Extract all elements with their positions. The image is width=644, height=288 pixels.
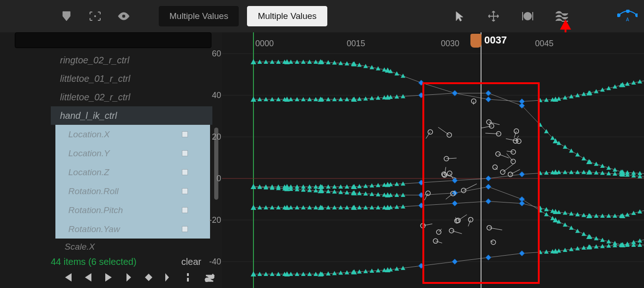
svg-point-3	[617, 14, 620, 17]
checkbox[interactable]	[182, 207, 188, 213]
dropdown-multi-b[interactable]: Multiple Values	[247, 6, 327, 26]
status-count: 44 items (6 selected)	[51, 257, 137, 267]
play-icon[interactable]	[102, 271, 114, 284]
prev-key-icon[interactable]	[61, 271, 74, 284]
focus-icon[interactable]	[85, 6, 105, 26]
svg-point-65	[514, 129, 519, 134]
playhead-value: 0037	[484, 34, 507, 46]
eye-icon[interactable]	[114, 6, 134, 26]
svg-rect-7	[187, 273, 189, 276]
prop-label: Rotation.Roll	[68, 186, 119, 196]
svg-line-68	[503, 164, 513, 172]
svg-point-61	[487, 226, 492, 230]
svg-text:A: A	[626, 17, 629, 22]
svg-line-28	[507, 151, 513, 152]
step-end-icon[interactable]	[163, 271, 175, 284]
checkbox[interactable]	[182, 150, 188, 156]
svg-line-44	[511, 169, 520, 174]
svg-point-5	[626, 10, 629, 12]
svg-line-58	[438, 127, 449, 135]
prop-row-unselected[interactable]: Scale.X	[51, 239, 212, 255]
curve-editor[interactable]: 60 40 20 0 -20 -40 0000 0015 0030 0045 0…	[222, 32, 644, 288]
svg-point-4	[636, 14, 638, 17]
prop-label: Location.X	[68, 129, 110, 140]
y-tick: 60	[196, 49, 221, 59]
svg-line-24	[444, 174, 457, 178]
svg-line-30	[458, 214, 467, 221]
sidebar: ringtoe_02_r_ctrl littletoe_01_r_ctrl li…	[0, 32, 222, 288]
loop-icon[interactable]	[203, 271, 216, 284]
curves[interactable]	[222, 32, 644, 288]
tree-item-selected[interactable]: hand_l_ik_ctrl	[51, 106, 212, 125]
playhead[interactable]: 0037	[481, 32, 481, 288]
prop-row[interactable]: Location.Y	[55, 144, 210, 163]
cursor-icon[interactable]	[449, 6, 469, 26]
checkbox[interactable]	[182, 169, 188, 175]
auto-tangent-icon[interactable]: A	[617, 6, 638, 26]
y-tick: 20	[196, 132, 221, 142]
prop-row[interactable]: Rotation.Pitch	[55, 201, 210, 220]
tree-item[interactable]: ringtoe_02_r_ctrl	[51, 51, 212, 69]
y-tick: 0	[196, 174, 221, 184]
prop-label: Location.Y	[68, 148, 110, 159]
play-back-icon[interactable]	[81, 271, 94, 284]
checkbox[interactable]	[182, 131, 188, 137]
checkbox[interactable]	[182, 226, 188, 232]
outliner-tree: ringtoe_02_r_ctrl littletoe_01_r_ctrl li…	[51, 51, 212, 125]
svg-point-0	[94, 15, 96, 17]
property-list: Location.X Location.Y Location.Z Rotatio…	[55, 125, 210, 239]
step-fwd-icon[interactable]	[122, 271, 135, 284]
playhead-flag[interactable]	[470, 34, 481, 48]
y-tick: 40	[196, 91, 221, 100]
svg-point-57	[447, 133, 451, 137]
tree-item[interactable]: littletoe_02_r_ctrl	[51, 88, 212, 106]
tree-item[interactable]: littletoe_01_r_ctrl	[51, 69, 212, 88]
y-tick: -20	[196, 215, 221, 225]
prop-label: Rotation.Yaw	[68, 224, 120, 234]
y-tick: -40	[196, 257, 221, 267]
move-icon[interactable]	[483, 6, 504, 26]
prop-label: Rotation.Pitch	[68, 205, 123, 215]
transport-bar	[61, 271, 216, 284]
svg-line-20	[445, 167, 446, 175]
svg-rect-8	[187, 278, 189, 282]
keyframe-icon[interactable]	[142, 271, 155, 284]
svg-point-1	[122, 14, 126, 18]
status-bar: 44 items (6 selected) clear	[51, 253, 212, 270]
prop-row[interactable]: Location.X	[55, 125, 210, 144]
checkbox[interactable]	[182, 188, 188, 194]
svg-line-52	[446, 194, 453, 199]
svg-line-56	[446, 158, 457, 159]
prop-row[interactable]: Rotation.Roll	[55, 182, 210, 201]
prop-row[interactable]: Rotation.Yaw	[55, 220, 210, 239]
shield-icon[interactable]	[56, 6, 77, 26]
prop-row[interactable]: Location.Z	[55, 163, 210, 182]
dropdown-multi-a[interactable]: Multiple Values	[159, 6, 239, 26]
frame-one-icon[interactable]	[183, 271, 196, 284]
toolbar: Multiple Values Multiple Values A	[0, 0, 644, 32]
prop-label: Location.Z	[68, 167, 109, 178]
search-input[interactable]	[15, 32, 211, 48]
time-icon[interactable]	[518, 6, 538, 26]
